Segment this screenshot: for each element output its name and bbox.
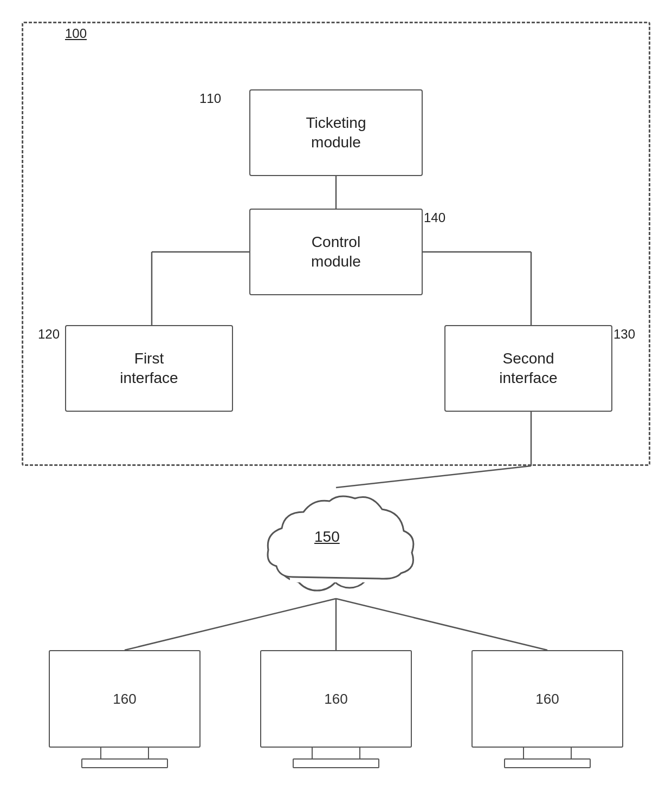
label-100: 100 xyxy=(65,26,87,41)
label-140: 140 xyxy=(424,210,445,225)
svg-line-7 xyxy=(125,599,336,650)
second-interface-label: Secondinterface xyxy=(499,349,557,388)
control-module-label: Controlmodule xyxy=(311,232,361,272)
svg-line-9 xyxy=(336,599,547,650)
computer-middle-label: 160 xyxy=(324,691,347,708)
label-150: 150 xyxy=(314,528,340,546)
computer-left: 160 xyxy=(49,650,201,768)
label-120: 120 xyxy=(38,327,60,342)
ticketing-module-label: Ticketingmodule xyxy=(306,113,366,153)
computer-right: 160 xyxy=(471,650,623,768)
control-module-box: Controlmodule xyxy=(249,209,423,295)
ticketing-module-box: Ticketingmodule xyxy=(249,89,423,176)
second-interface-box: Secondinterface xyxy=(444,325,612,412)
computer-left-label: 160 xyxy=(113,691,136,708)
label-110: 110 xyxy=(199,91,221,106)
label-130: 130 xyxy=(613,327,635,342)
first-interface-label: Firstinterface xyxy=(120,349,178,388)
computer-middle: 160 xyxy=(260,650,412,768)
computer-right-label: 160 xyxy=(535,691,559,708)
first-interface-box: Firstinterface xyxy=(65,325,233,412)
diagram-container: 100 Ticketingmodule 110 Controlmodule 14… xyxy=(0,0,672,798)
